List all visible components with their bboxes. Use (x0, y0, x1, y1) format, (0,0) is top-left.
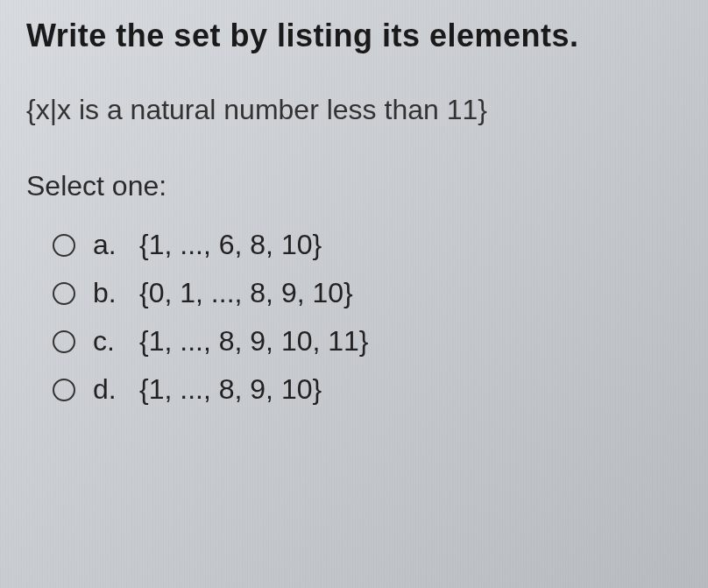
option-c[interactable]: c. {1, ..., 8, 9, 10, 11} (53, 325, 682, 358)
option-d[interactable]: d. {1, ..., 8, 9, 10} (53, 373, 682, 406)
option-b[interactable]: b. {0, 1, ..., 8, 9, 10} (53, 277, 682, 309)
option-letter: a. (93, 229, 124, 261)
radio-icon[interactable] (53, 282, 75, 305)
radio-icon[interactable] (53, 379, 75, 401)
radio-icon[interactable] (53, 234, 75, 257)
option-text: {1, ..., 8, 9, 10, 11} (139, 325, 369, 358)
option-text: {1, ..., 8, 9, 10} (139, 373, 322, 406)
question-title: Write the set by listing its elements. (26, 18, 682, 54)
radio-icon[interactable] (53, 330, 75, 353)
option-text: {0, 1, ..., 8, 9, 10} (139, 277, 353, 309)
option-a[interactable]: a. {1, ..., 6, 8, 10} (53, 229, 682, 261)
option-text: {1, ..., 6, 8, 10} (139, 229, 322, 261)
option-letter: b. (93, 277, 124, 309)
option-letter: d. (93, 373, 124, 406)
options-list: a. {1, ..., 6, 8, 10} b. {0, 1, ..., 8, … (26, 229, 682, 406)
select-prompt: Select one: (26, 170, 682, 202)
option-letter: c. (93, 325, 124, 358)
set-notation: {x|x is a natural number less than 11} (26, 94, 682, 126)
